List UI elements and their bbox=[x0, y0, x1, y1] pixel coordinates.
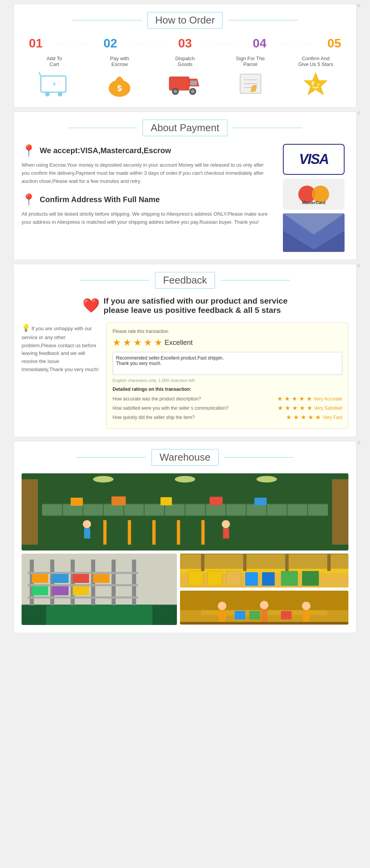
svg-rect-53 bbox=[103, 520, 106, 545]
svg-rect-89 bbox=[201, 554, 205, 571]
warehouse-card: Warehouse bbox=[13, 441, 357, 633]
svg-rect-103 bbox=[249, 611, 260, 620]
svg-rect-14 bbox=[190, 81, 197, 85]
cart-icon: + bbox=[39, 72, 70, 97]
svg-line-1 bbox=[39, 72, 41, 76]
dots-4: · · · · · · · bbox=[281, 42, 313, 47]
payment-right-col: VISA MasterCard bbox=[279, 144, 348, 252]
review-text-box[interactable]: Recommended seller.Excellent product.Fas… bbox=[113, 352, 342, 375]
warehouse-top-image bbox=[22, 473, 348, 551]
svg-rect-97 bbox=[219, 610, 225, 622]
about-payment-title: About Payment bbox=[143, 120, 227, 136]
bulb-icon: 💡 bbox=[22, 324, 30, 332]
location-icon-1: 📍 bbox=[22, 144, 36, 157]
rating-stars-3: ★ ★ ★ ★ ★ Very Fast bbox=[286, 414, 342, 421]
svg-rect-45 bbox=[332, 479, 348, 545]
step-1-label: Add ToCart bbox=[25, 56, 84, 67]
svg-point-47 bbox=[175, 476, 195, 483]
svg-rect-67 bbox=[28, 584, 138, 586]
svg-rect-99 bbox=[261, 609, 267, 622]
svg-rect-56 bbox=[177, 520, 180, 545]
svg-rect-73 bbox=[32, 586, 48, 595]
svg-rect-41 bbox=[160, 497, 172, 505]
warehouse-image-grid bbox=[22, 473, 348, 625]
svg-rect-82 bbox=[207, 571, 222, 586]
visa-heading: 📍 We accept:VISA,Mastercard,Escrow bbox=[22, 144, 271, 157]
svg-rect-52 bbox=[223, 528, 229, 539]
svg-point-96 bbox=[218, 602, 226, 610]
svg-rect-71 bbox=[73, 574, 89, 583]
step-2-number: 02 bbox=[104, 36, 118, 51]
svg-point-13 bbox=[191, 90, 195, 93]
svg-rect-86 bbox=[281, 571, 298, 586]
visa-card: VISA bbox=[283, 144, 345, 175]
svg-rect-74 bbox=[52, 586, 69, 595]
rating-question-2: How satisfied were you with the seller s… bbox=[113, 405, 278, 411]
svg-point-21 bbox=[312, 84, 313, 85]
detailed-ratings-title: Detailed ratings on this transaction: bbox=[113, 387, 342, 392]
about-payment-card: About Payment 📍 We accept:VISA,Mastercar… bbox=[13, 111, 357, 260]
mc-circles: MasterCard bbox=[298, 184, 329, 205]
svg-rect-50 bbox=[84, 528, 90, 539]
svg-rect-40 bbox=[111, 496, 126, 505]
svg-rect-75 bbox=[73, 586, 89, 595]
mastercard-logo: MasterCard bbox=[298, 184, 329, 205]
money-bag-icon: $ bbox=[106, 71, 133, 98]
star-5: ★ bbox=[154, 337, 163, 348]
svg-rect-54 bbox=[128, 520, 131, 545]
feedback-left-col: 💡 If you are unhappy with our service or… bbox=[22, 323, 99, 374]
svg-rect-85 bbox=[262, 572, 275, 586]
svg-rect-88 bbox=[180, 554, 348, 554]
rating-stars-2: ★ ★ ★ ★ ★ Very Satisfied bbox=[278, 404, 342, 412]
svg-text:+: + bbox=[52, 79, 57, 89]
warehouse-bottom-row bbox=[22, 554, 348, 625]
svg-rect-87 bbox=[302, 571, 319, 586]
warehouse-title: Warehouse bbox=[151, 449, 219, 466]
sign-parcel-icon bbox=[237, 72, 264, 97]
warehouse-sub-image-2 bbox=[180, 591, 348, 625]
warehouse-sub2-svg bbox=[180, 591, 348, 625]
rating-label-1: Very Accurate bbox=[314, 396, 342, 402]
how-to-order-header: How to Order bbox=[22, 12, 348, 29]
feedback-header: Feedback bbox=[22, 272, 348, 289]
star-3: ★ bbox=[133, 337, 142, 348]
rating-question-1: How accurate was the product description… bbox=[113, 396, 277, 402]
step-4-icon-container bbox=[221, 72, 280, 99]
svg-rect-91 bbox=[285, 554, 289, 571]
svg-point-3 bbox=[45, 92, 50, 96]
svg-rect-92 bbox=[327, 554, 331, 571]
address-heading: 📍 Confirm Address With Full Name bbox=[22, 193, 271, 206]
visa-description: When using Escrow,Your money is deposite… bbox=[22, 161, 271, 185]
rating-widget: Please rate this transaction ★ ★ ★ ★ ★ E… bbox=[106, 323, 348, 429]
rating-label-3: Very Fast bbox=[323, 415, 342, 420]
mastercard-card: MasterCard bbox=[283, 179, 345, 209]
dots-3: · · · · · · · bbox=[207, 42, 238, 47]
svg-rect-7 bbox=[169, 77, 189, 90]
warehouse-top-svg bbox=[22, 473, 348, 551]
step-3-label: DispatchGoods bbox=[156, 56, 215, 67]
envelope-icon bbox=[283, 213, 345, 252]
feedback-main-row: ❤️ If you are satisfied with our product… bbox=[22, 296, 348, 315]
svg-point-4 bbox=[58, 92, 62, 96]
svg-rect-43 bbox=[254, 498, 267, 505]
svg-point-22 bbox=[318, 84, 320, 85]
step-5-label: Confirm AndGive Us 5 Stars bbox=[286, 56, 345, 67]
svg-rect-55 bbox=[152, 520, 155, 545]
svg-rect-90 bbox=[243, 554, 247, 571]
chars-left-text: English characters only, 1,000 charcters… bbox=[113, 378, 342, 383]
step-5-number: 05 bbox=[327, 36, 341, 51]
address-description: All products will be tested strictly bef… bbox=[22, 210, 271, 226]
truck-icon bbox=[168, 73, 201, 96]
rating-stars-row: ★ ★ ★ ★ ★ Excellent bbox=[113, 337, 342, 348]
svg-point-49 bbox=[83, 520, 91, 528]
location-icon-2: 📍 bbox=[22, 193, 36, 206]
step-1-number: 01 bbox=[29, 36, 43, 51]
svg-rect-68 bbox=[28, 596, 138, 598]
rating-row-1: How accurate was the product description… bbox=[113, 395, 342, 402]
warehouse-header: Warehouse bbox=[22, 449, 348, 466]
warehouse-sub1-svg bbox=[180, 554, 348, 588]
rating-label-2: Very Satisfied bbox=[314, 405, 342, 411]
feedback-main-text: If you are satisfied with our product an… bbox=[104, 296, 288, 315]
about-payment-header: About Payment bbox=[22, 120, 348, 136]
step-2-label: Pay withEscrow bbox=[90, 56, 149, 67]
